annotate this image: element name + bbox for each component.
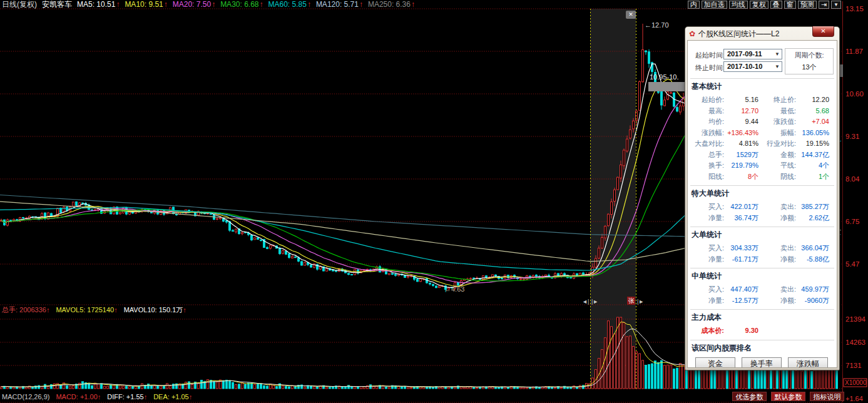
selection-highlight <box>590 9 636 389</box>
cost-price-value: 9.30 <box>724 325 758 337</box>
dialog-body: 起始时间: 2017-09-11 ▼ 终止时间: 2017-10-10 ▼ 周期… <box>687 40 837 368</box>
stat-label: 买入: <box>690 284 724 295</box>
dialog-app-icon: ✿ <box>689 29 695 38</box>
range-handle-right-icon[interactable]: |► <box>637 298 644 305</box>
start-date-label: 起始时间: <box>695 51 725 60</box>
stat-label: 最低: <box>758 106 796 117</box>
stat-label: 起始价: <box>690 94 724 106</box>
ma-value: MA10: 9.51↑ <box>125 0 167 9</box>
price-axis-label: 9.31 <box>845 133 859 140</box>
volume-axis-label: 21394 <box>845 315 866 323</box>
period-count-box: 周期个数: 13个 <box>785 48 834 74</box>
section-title: 主力成本 <box>692 312 834 323</box>
stat-row: 均价:9.44涨跌值:+7.04 <box>690 116 834 128</box>
toolbar-dropdown-icon[interactable]: ▼ <box>831 1 841 9</box>
range-marker-badge: 张 <box>627 297 635 305</box>
stat-label: 振幅: <box>758 128 796 139</box>
stat-label: 净额: <box>758 254 796 265</box>
stat-label: 大盘对比: <box>690 138 724 150</box>
jump-to-end-icon[interactable]: ⇥ <box>819 1 829 9</box>
stat-row: 净量:-61.71万净额:-5.88亿 <box>690 254 834 265</box>
stat-value: 9.44 <box>724 116 758 128</box>
volume-axis-label: 7131 <box>845 362 862 369</box>
stat-label: 买入: <box>690 202 724 213</box>
legend-value: 总手: 2006336↑ <box>2 306 49 314</box>
stat-label: 净额: <box>758 295 796 307</box>
legend-value: MAVOL5: 1725140↑ <box>56 306 117 314</box>
dialog-stats-content: 基本统计起始价:5.16终止价:12.20最高:12.70最低:5.68均价:9… <box>690 78 834 368</box>
toolbar-button-预测[interactable]: 预测 <box>798 1 817 9</box>
volume-legend: 总手: 2006336↑MAVOL5: 1725140↑MAVOL10: 150… <box>2 306 186 314</box>
dialog-close-button[interactable]: ✕ <box>812 26 834 37</box>
volume-unit-label: X10000 <box>845 379 867 386</box>
stat-label: 涨跌幅: <box>690 128 724 139</box>
toolbar-button-叠[interactable]: 叠 <box>770 1 782 9</box>
stat-label: 总手: <box>690 150 724 161</box>
param-button-指标说明[interactable]: 指标说明 <box>810 392 844 401</box>
ranking-button-换手率[interactable]: 换手率 <box>742 357 782 369</box>
toolbar-button-均线[interactable]: 均线 <box>729 1 748 9</box>
stats-section: 大单统计买入:304.33万卖出:366.04万净量:-61.71万净额:-5.… <box>690 227 834 268</box>
section-title: 大单统计 <box>692 230 834 240</box>
period-label: 日线(复权) <box>2 0 37 9</box>
ma-value: MA5: 10.51↑ <box>77 0 120 9</box>
toolbar-button-内[interactable]: 内 <box>688 1 700 9</box>
stat-value: 1529万 <box>724 150 758 161</box>
toolbar-button-复权[interactable]: 复权 <box>750 1 768 9</box>
price-axis-label: 11.87 <box>845 48 863 55</box>
stat-value: -61.71万 <box>724 254 758 265</box>
stat-row: 买入:422.01万卖出:385.27万 <box>690 202 834 213</box>
stat-label: 金额: <box>758 150 796 161</box>
main-cost-section: 主力成本成本价:9.30 <box>690 309 834 340</box>
section-title: 基本统计 <box>692 81 834 92</box>
stat-value: 144.37亿 <box>796 150 829 161</box>
chart-header-bar: 日线(复权) 安凯客车 MA5: 10.51↑MA10: 9.51↑MA20: … <box>0 0 868 9</box>
chart-toolbar: 内加自选均线复权叠窗预测⇥▼ <box>688 1 841 9</box>
macd-values: MACD: +1.00↑DIFF: +1.55↑DEA: +1.05↑ <box>56 393 192 401</box>
param-button-默认参数[interactable]: 默认参数 <box>771 392 805 401</box>
price-axis-label: 8.04 <box>845 175 860 183</box>
stat-value: 447.40万 <box>724 284 758 295</box>
toolbar-button-加自选[interactable]: 加自选 <box>702 1 727 9</box>
chevron-down-icon: ▼ <box>775 49 780 59</box>
stat-label: 涨跌值: <box>758 116 796 128</box>
end-date-label: 终止时间: <box>695 63 725 73</box>
range-price-label: 10.95-10. <box>650 73 678 81</box>
price-axis-label: 10.60 <box>845 90 864 98</box>
stat-label: 卖出: <box>758 243 796 254</box>
stat-label: 买入: <box>690 243 724 254</box>
macd-axis-label: +1.64 <box>845 395 863 402</box>
section-title: 中单统计 <box>692 271 834 282</box>
dialog-titlebar[interactable]: ✿ 个股K线区间统计——L2 <box>689 29 779 39</box>
ranking-button-资金[interactable]: 资金 <box>695 357 735 369</box>
region-close-icon[interactable]: ✕ <box>626 11 636 19</box>
legend-value: DEA: +1.05↑ <box>153 393 192 401</box>
ranking-button-涨跌幅[interactable]: 涨跌幅 <box>788 357 828 369</box>
ma-value: MA30: 6.68↑ <box>220 0 263 9</box>
ma-value: MA20: 7.50↑ <box>173 0 215 9</box>
stat-value: -12.57万 <box>724 295 758 307</box>
range-handle-left2-icon[interactable]: |► <box>591 298 598 305</box>
stock-name: 安凯客车 <box>42 0 72 9</box>
stat-value: 12.70 <box>724 106 758 117</box>
stat-row: 换手:219.79%平线:4个 <box>690 160 834 171</box>
ma-value: MA60: 5.85↑ <box>268 0 311 9</box>
stat-value: +7.04 <box>796 116 829 128</box>
stat-value: 12.20 <box>796 94 829 106</box>
param-button-优选参数[interactable]: 优选参数 <box>732 392 767 401</box>
stat-label: 阴线: <box>758 171 796 183</box>
stat-value: 8个 <box>724 171 758 183</box>
range-handle-left-icon[interactable]: ◄| <box>582 298 589 305</box>
start-date-select[interactable]: 2017-09-11 ▼ <box>723 49 782 59</box>
end-date-select[interactable]: 2017-10-10 ▼ <box>723 61 782 72</box>
section-title: 该区间内股票排名 <box>692 343 834 354</box>
toolbar-button-窗[interactable]: 窗 <box>784 1 796 9</box>
indicator-param-buttons: 优选参数默认参数指标说明 <box>732 392 844 401</box>
stat-label: 行业对比: <box>758 138 796 150</box>
stat-label: 净额: <box>758 213 796 224</box>
stat-value: 304.33万 <box>724 243 758 254</box>
low-price-label: ←4.63 <box>444 285 464 293</box>
stat-label: 平线: <box>758 160 796 171</box>
stat-row: 净量:-12.57万净额:-9060万 <box>690 295 834 307</box>
stat-row: 总手:1529万金额:144.37亿 <box>690 150 834 161</box>
